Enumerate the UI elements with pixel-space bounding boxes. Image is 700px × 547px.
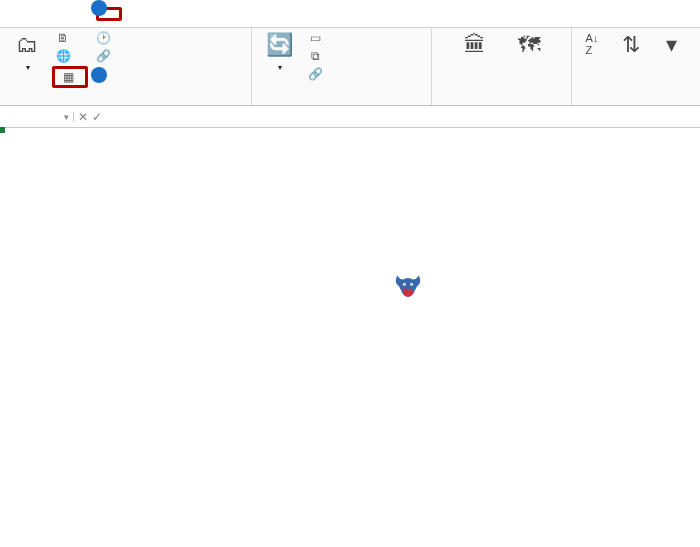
from-web-button[interactable]: 🌐 bbox=[52, 48, 88, 64]
tab-data[interactable] bbox=[96, 7, 122, 21]
recent-sources-button[interactable]: 🕑 bbox=[92, 30, 118, 46]
ribbon-tabs bbox=[0, 0, 700, 28]
ribbon: 🗂 🗎 🌐 ▦ bbox=[0, 28, 700, 106]
filter-icon: ▾ bbox=[666, 32, 677, 58]
stocks-button[interactable]: 🏛 bbox=[454, 30, 496, 62]
group-label-data-types bbox=[438, 102, 565, 105]
group-label-queries bbox=[258, 102, 425, 105]
svg-point-0 bbox=[403, 283, 406, 286]
edit-links-button: 🔗 bbox=[304, 66, 330, 82]
group-sort-filter: A↓Z ⇅ ▾ bbox=[572, 28, 692, 105]
name-box-dropdown-icon[interactable]: ▾ bbox=[64, 112, 69, 122]
tab-abbyy[interactable] bbox=[202, 10, 222, 18]
edit-links-icon: 🔗 bbox=[308, 67, 322, 81]
web-icon: 🌐 bbox=[56, 49, 70, 63]
tab-view[interactable] bbox=[142, 10, 162, 18]
geography-button[interactable]: 🗺 bbox=[508, 30, 550, 62]
refresh-icon: 🔄 bbox=[266, 32, 293, 58]
bull-logo-icon bbox=[390, 270, 426, 306]
callout-1 bbox=[91, 0, 107, 16]
queries-icon: ▭ bbox=[308, 31, 322, 45]
formula-input[interactable] bbox=[114, 110, 700, 124]
from-text-csv-button[interactable]: 🗎 bbox=[52, 30, 88, 46]
sort-az-icon: A↓Z bbox=[586, 32, 599, 56]
text-csv-icon: 🗎 bbox=[56, 31, 70, 45]
properties-button: ⧉ bbox=[304, 48, 330, 64]
from-table-range-highlight: ▦ bbox=[52, 66, 88, 88]
group-data-types: 🏛 🗺 bbox=[432, 28, 572, 105]
tab-review[interactable] bbox=[122, 10, 142, 18]
queries-connections-button[interactable]: ▭ bbox=[304, 30, 330, 46]
properties-icon: ⧉ bbox=[308, 49, 322, 63]
stocks-icon: 🏛 bbox=[464, 32, 486, 58]
tab-help[interactable] bbox=[182, 10, 202, 18]
recent-icon: 🕑 bbox=[96, 31, 110, 45]
tab-home[interactable] bbox=[24, 10, 44, 18]
group-label-get-transform bbox=[6, 102, 245, 105]
sort-az-button[interactable]: A↓Z bbox=[578, 30, 606, 58]
accept-formula-icon[interactable]: ✓ bbox=[92, 110, 102, 124]
tab-insert[interactable] bbox=[44, 10, 64, 18]
group-get-transform: 🗂 🗎 🌐 ▦ bbox=[0, 28, 252, 105]
tab-wps-pdf[interactable] bbox=[222, 10, 242, 18]
selection-outline bbox=[0, 128, 4, 132]
callout-2 bbox=[91, 67, 107, 83]
get-data-button[interactable]: 🗂 bbox=[6, 30, 48, 74]
connections-icon: 🔗 bbox=[96, 49, 110, 63]
geography-icon: 🗺 bbox=[518, 32, 540, 58]
tab-developer[interactable] bbox=[162, 10, 182, 18]
dropdown-caret-icon bbox=[276, 60, 282, 72]
existing-connections-button[interactable]: 🔗 bbox=[92, 48, 118, 64]
refresh-all-button[interactable]: 🔄 bbox=[258, 30, 300, 74]
cancel-formula-icon[interactable]: ✕ bbox=[78, 110, 88, 124]
get-data-icon: 🗂 bbox=[16, 32, 38, 58]
group-queries: 🔄 ▭ ⧉ 🔗 bbox=[252, 28, 432, 105]
tab-file[interactable] bbox=[4, 10, 24, 18]
tab-page-layout[interactable] bbox=[64, 10, 84, 18]
filter-button[interactable]: ▾ bbox=[656, 30, 686, 62]
group-label-sort-filter bbox=[578, 102, 686, 105]
sort-button[interactable]: ⇅ bbox=[612, 30, 650, 62]
table-range-icon: ▦ bbox=[61, 70, 75, 84]
dropdown-caret-icon bbox=[24, 60, 30, 72]
svg-point-1 bbox=[410, 283, 413, 286]
watermark bbox=[390, 270, 432, 306]
name-box[interactable]: ▾ bbox=[0, 112, 74, 122]
sort-icon: ⇅ bbox=[622, 32, 640, 58]
formula-bar: ▾ ✕ ✓ bbox=[0, 106, 700, 128]
from-table-range-button[interactable]: ▦ bbox=[57, 69, 83, 85]
